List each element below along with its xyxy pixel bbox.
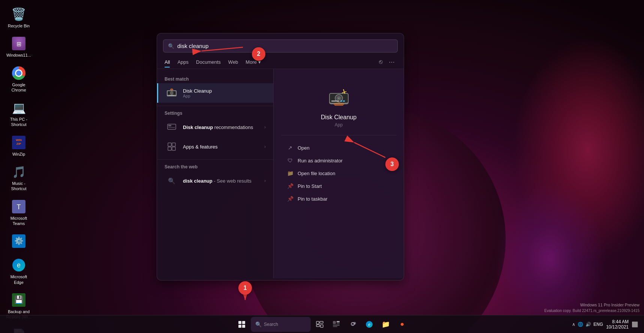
- recycle-bin-icon: 🗑️: [11, 7, 26, 22]
- web-search-item[interactable]: 🔍 disk cleanup - See web results ›: [157, 171, 273, 190]
- chevron-up-icon[interactable]: ∧: [572, 322, 575, 327]
- svg-rect-24: [168, 125, 171, 126]
- best-match-item[interactable]: Disk Cleanup App: [157, 83, 273, 103]
- context-open-location[interactable]: 📁 Open file location: [281, 167, 396, 180]
- context-pin-taskbar[interactable]: 📌 Pin to taskbar: [281, 192, 396, 205]
- search-tabs: All Apps Documents Web More ▾ ⎋ ⋯: [157, 56, 404, 69]
- right-panel: Disk Cleanup App ↗ Open 🛡 Run as adminis…: [273, 69, 404, 278]
- chat-button[interactable]: T: [345, 317, 360, 332]
- share-icon[interactable]: ⎋: [377, 57, 384, 67]
- teams-icon: T: [11, 199, 26, 214]
- widgets-button[interactable]: [329, 317, 344, 332]
- svg-rect-46: [316, 321, 319, 324]
- clock-date: 10/12/2021: [606, 324, 629, 330]
- taskbar-search-button[interactable]: 🔍 Search: [251, 317, 311, 332]
- best-match-subtitle: App: [183, 94, 212, 98]
- taskbar-right: ∧ 🌐 🔊 ENG 8:44 AM 10/12/2021 ⬜: [572, 319, 638, 330]
- pin-taskbar-icon: 📌: [287, 196, 293, 202]
- svg-rect-26: [168, 143, 171, 146]
- settings-arrow-2: ›: [264, 144, 266, 149]
- tab-web[interactable]: Web: [228, 57, 238, 67]
- tab-apps[interactable]: Apps: [177, 57, 189, 67]
- context-open[interactable]: ↗ Open: [281, 141, 396, 154]
- music-label: Music - Shortcut: [5, 181, 32, 192]
- desktop-icon-winzip[interactable]: WIN ZIP WinZip: [4, 132, 34, 160]
- svg-point-34: [338, 98, 340, 99]
- backup-icon: 💾: [11, 292, 26, 308]
- svg-rect-47: [320, 321, 323, 323]
- pin-start-icon: 📌: [287, 183, 293, 189]
- settings-arrow-1: ›: [264, 124, 266, 130]
- svg-rect-36: [340, 100, 342, 102]
- context-run-admin[interactable]: 🛡 Run as administrator: [281, 154, 396, 167]
- search-icon: 🔍: [168, 43, 174, 49]
- watermark-line2: Evaluation copy. Build 22471.rs_prerelea…: [544, 308, 640, 314]
- notification-icon[interactable]: ⬜: [632, 321, 638, 327]
- svg-rect-43: [242, 321, 245, 324]
- start-menu: 🔍 All Apps Documents Web More ▾: [157, 33, 404, 280]
- desktop-icon-this-pc[interactable]: 💻 This PC - Shortcut: [4, 97, 34, 130]
- more-options-icon[interactable]: ⋯: [387, 57, 396, 67]
- sys-tray: ∧ 🌐 🔊 ENG: [572, 322, 603, 327]
- volume-icon[interactable]: 🔊: [586, 322, 591, 327]
- desktop-icon-recycle-bin[interactable]: 🗑️ Recycle Bin: [4, 4, 34, 32]
- desktop-icon-area: 🗑️ Recycle Bin ⊞ Windows11...: [4, 4, 34, 333]
- settings-text-1: Disk cleanup recommendations: [183, 124, 253, 130]
- taskbar-clock[interactable]: 8:44 AM 10/12/2021: [606, 319, 629, 330]
- chrome-icon: [11, 66, 26, 81]
- svg-rect-50: [333, 321, 336, 324]
- desktop-icon-teams[interactable]: T Microsoft Teams: [4, 196, 34, 230]
- tab-all[interactable]: All: [165, 57, 170, 67]
- desktop-icon-control-panel[interactable]: ⚙️: [4, 231, 34, 253]
- svg-text:ZIP: ZIP: [16, 142, 21, 146]
- edge-icon: e: [11, 258, 26, 273]
- svg-rect-21: [169, 95, 174, 96]
- desktop: 🗑️ Recycle Bin ⊞ Windows11...: [0, 0, 644, 333]
- file-explorer-button[interactable]: 📁: [378, 317, 393, 332]
- search-input[interactable]: [177, 43, 393, 49]
- svg-text:e: e: [17, 261, 21, 269]
- web-search-text: disk cleanup - See web results: [183, 178, 252, 184]
- windows11-label: Windows11...: [6, 52, 31, 58]
- edge-label: Microsoft Edge: [5, 274, 32, 285]
- search-bar[interactable]: 🔍: [163, 39, 398, 52]
- teams-label: Microsoft Teams: [5, 216, 32, 226]
- svg-text:T: T: [352, 324, 353, 326]
- this-pc-icon: 💻: [11, 100, 26, 115]
- chrome-label: Google Chrome: [5, 82, 32, 93]
- app-taskbar-icon[interactable]: ●: [395, 317, 410, 332]
- svg-rect-27: [172, 143, 175, 146]
- svg-rect-44: [238, 325, 241, 328]
- desktop-icon-chrome[interactable]: Google Chrome: [4, 63, 34, 96]
- tab-more[interactable]: More ▾: [246, 57, 261, 67]
- settings-item-apps-features[interactable]: Apps & features ›: [157, 137, 273, 156]
- left-panel: Best match: [157, 69, 273, 278]
- taskbar: 🔍 Search: [0, 315, 644, 333]
- svg-text:💾: 💾: [14, 295, 24, 304]
- start-button[interactable]: [234, 317, 249, 332]
- task-view-button[interactable]: [312, 317, 327, 332]
- svg-rect-25: [168, 127, 175, 128]
- svg-rect-51: [337, 321, 340, 322]
- edge-taskbar-button[interactable]: e: [362, 317, 377, 332]
- web-search-icon: 🔍: [166, 175, 178, 187]
- recycle-bin-label: Recycle Bin: [8, 23, 30, 28]
- divider-1: [157, 106, 273, 106]
- settings-item-disk-cleanup[interactable]: Disk cleanup recommendations ›: [157, 117, 273, 137]
- taskbar-search-icon: 🔍: [255, 321, 262, 327]
- desktop-icon-music[interactable]: 🎵 Music - Shortcut: [4, 161, 34, 195]
- music-icon: 🎵: [11, 164, 26, 179]
- watermark-line1: Windows 11 Pro Insider Preview: [544, 302, 640, 308]
- settings-text-2: Apps & features: [183, 144, 218, 150]
- tab-documents[interactable]: Documents: [196, 57, 221, 67]
- app-detail-name: Disk Cleanup: [321, 114, 356, 121]
- desktop-icon-edge[interactable]: e Microsoft Edge: [4, 255, 34, 288]
- app-detail-icon: [327, 86, 351, 110]
- context-pin-start[interactable]: 📌 Pin to Start: [281, 180, 396, 192]
- settings-title-1: Disk cleanup recommendations: [183, 124, 253, 130]
- desktop-icon-windows11[interactable]: ⊞ Windows11...: [4, 33, 34, 61]
- annotation-1: 1: [238, 281, 252, 295]
- settings-title-2: Apps & features: [183, 144, 218, 150]
- web-search-arrow: ›: [264, 178, 266, 183]
- best-match-title: Disk Cleanup: [183, 88, 212, 94]
